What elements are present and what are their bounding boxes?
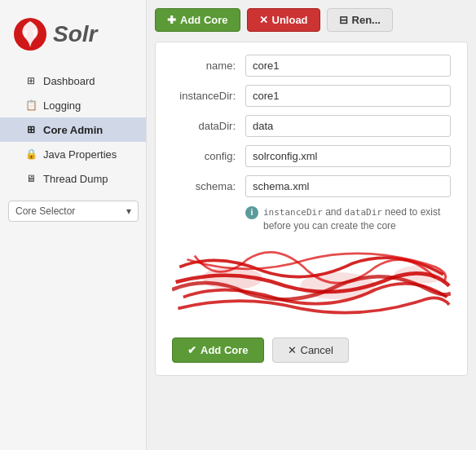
instance-dir-label: instanceDir: [172,90,245,102]
sidebar-item-dashboard[interactable]: ⊞ Dashboard [0,68,146,93]
chevron-down-icon: ▾ [126,205,131,217]
scribble-area [172,241,451,323]
toolbar: ✚ Add Core ✕ Unload ⊟ Ren... [155,8,468,32]
schema-row: schema: [172,175,451,197]
sidebar-item-thread-dump[interactable]: 🖥 Thread Dump [0,166,146,191]
solr-logo-icon [12,16,48,52]
instance-dir-input[interactable] [245,85,451,107]
form-actions: ✔ Add Core ✕ Cancel [172,329,451,363]
logging-icon: 📋 [24,99,37,112]
plus-icon: ✚ [167,14,176,26]
info-text: instanceDir and dataDir need to exist be… [263,205,451,233]
name-row: name: [172,55,451,77]
scribble-svg [172,241,451,323]
config-row: config: [172,145,451,167]
data-dir-row: dataDir: [172,115,451,137]
sidebar: Solr ⊞ Dashboard 📋 Logging ⊞ Core Admin … [0,0,147,450]
sidebar-item-java-properties[interactable]: 🔒 Java Properties [0,142,146,166]
name-input[interactable] [245,55,451,77]
svg-point-2 [300,272,375,299]
sidebar-nav: ⊞ Dashboard 📋 Logging ⊞ Core Admin 🔒 Jav… [0,68,146,191]
java-icon: 🔒 [24,148,37,161]
sidebar-item-core-admin[interactable]: ⊞ Core Admin [0,117,146,142]
add-core-button[interactable]: ✚ Add Core [155,8,240,32]
schema-input[interactable] [245,175,451,197]
add-core-form: name: instanceDir: dataDir: config: sche… [155,42,468,376]
svg-point-1 [202,267,262,289]
core-selector-label: Core Selector [15,205,75,217]
logo-area: Solr [0,8,146,68]
unload-button[interactable]: ✕ Unload [247,8,320,32]
x-cancel-icon: ✕ [288,344,297,356]
sidebar-item-logging[interactable]: 📋 Logging [0,93,146,117]
svg-point-3 [394,265,447,283]
name-label: name: [172,60,245,72]
core-selector-dropdown[interactable]: Core Selector ▾ [8,201,139,222]
core-selector-container: Core Selector ▾ [8,201,138,222]
thread-dump-icon: 🖥 [24,172,37,185]
data-dir-input[interactable] [245,115,451,137]
submit-add-core-button[interactable]: ✔ Add Core [172,338,264,363]
rename-icon: ⊟ [339,14,348,26]
dashboard-icon: ⊞ [24,74,37,87]
x-icon: ✕ [259,14,268,26]
config-label: config: [172,150,245,162]
data-dir-label: dataDir: [172,120,245,132]
config-input[interactable] [245,145,451,167]
app-title: Solr [53,21,97,47]
core-admin-icon: ⊞ [24,123,37,136]
cancel-button[interactable]: ✕ Cancel [272,338,349,363]
schema-label: schema: [172,180,245,192]
main-content: ✚ Add Core ✕ Unload ⊟ Ren... name: insta… [147,0,476,450]
info-icon: i [245,206,258,219]
checkmark-icon: ✔ [187,344,196,356]
info-box: i instanceDir and dataDir need to exist … [245,205,451,233]
instance-dir-row: instanceDir: [172,85,451,107]
rename-button[interactable]: ⊟ Ren... [327,8,393,32]
